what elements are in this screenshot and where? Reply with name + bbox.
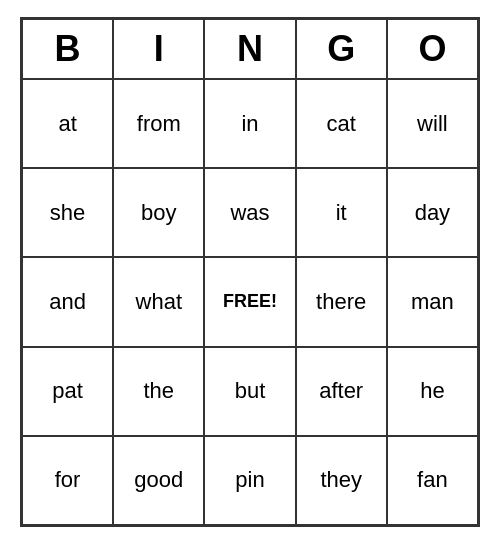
cell-free: FREE! <box>204 257 295 346</box>
header-n: N <box>204 19 295 79</box>
cell-r2c3: was <box>204 168 295 257</box>
cell-r1c4: cat <box>296 79 387 168</box>
cell-r3c5: man <box>387 257 478 346</box>
cell-r2c4: it <box>296 168 387 257</box>
cell-r5c3: pin <box>204 436 295 525</box>
header-b: B <box>22 19 113 79</box>
header-o: O <box>387 19 478 79</box>
cell-r3c2: what <box>113 257 204 346</box>
cell-r3c1: and <box>22 257 113 346</box>
cell-r4c3: but <box>204 347 295 436</box>
cell-r5c2: good <box>113 436 204 525</box>
cell-r4c5: he <box>387 347 478 436</box>
header-i: I <box>113 19 204 79</box>
header-g: G <box>296 19 387 79</box>
cell-r1c2: from <box>113 79 204 168</box>
cell-r5c4: they <box>296 436 387 525</box>
cell-r5c1: for <box>22 436 113 525</box>
cell-r4c2: the <box>113 347 204 436</box>
cell-r4c1: pat <box>22 347 113 436</box>
cell-r2c1: she <box>22 168 113 257</box>
bingo-card: B I N G O at from in cat will she boy wa… <box>20 17 480 527</box>
cell-r5c5: fan <box>387 436 478 525</box>
cell-r1c3: in <box>204 79 295 168</box>
cell-r2c5: day <box>387 168 478 257</box>
cell-r1c5: will <box>387 79 478 168</box>
cell-r2c2: boy <box>113 168 204 257</box>
cell-r4c4: after <box>296 347 387 436</box>
cell-r1c1: at <box>22 79 113 168</box>
cell-r3c4: there <box>296 257 387 346</box>
